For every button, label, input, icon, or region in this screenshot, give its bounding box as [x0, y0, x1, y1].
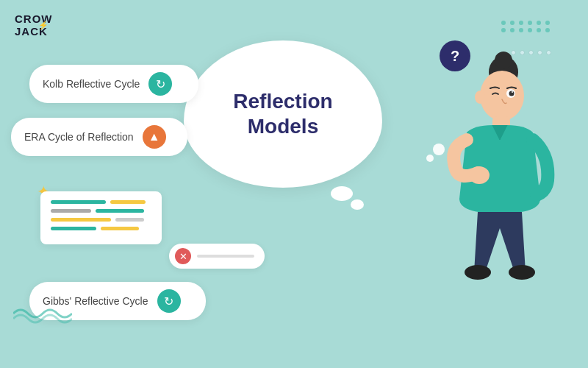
svg-point-9: [509, 91, 514, 96]
ui-card-decoration: [40, 191, 162, 244]
svg-point-1: [495, 52, 512, 69]
dot: [545, 21, 550, 25]
dot: [501, 28, 506, 32]
gibbs-icon: ↻: [157, 289, 181, 313]
dot: [510, 28, 514, 32]
dot: [545, 28, 550, 32]
cancel-icon: ✕: [175, 248, 191, 264]
dot: [519, 21, 523, 25]
svg-point-7: [509, 265, 535, 280]
ui-card-row: [51, 218, 151, 222]
dot: [528, 21, 532, 25]
era-label: ERA Cycle of Reflection: [24, 131, 134, 143]
kolb-label: Kolb Reflective Cycle: [43, 78, 140, 90]
thought-circle-large: [433, 144, 445, 155]
cancel-line: [197, 255, 254, 258]
ui-card-row: [51, 227, 151, 230]
dot: [501, 21, 506, 25]
svg-point-10: [512, 91, 513, 93]
svg-point-6: [465, 265, 491, 280]
cancel-pill[interactable]: ✕: [169, 244, 265, 269]
dot: [537, 21, 541, 25]
wave-decoration: [13, 302, 72, 328]
dot: [510, 21, 514, 25]
dot: [519, 28, 523, 32]
ui-card-row: [51, 200, 151, 204]
svg-point-2: [480, 71, 524, 121]
dot: [528, 28, 532, 32]
thought-circle-small: [426, 155, 434, 162]
svg-point-5: [469, 166, 490, 184]
dot: [537, 28, 541, 32]
person-illustration: [434, 52, 566, 302]
svg-point-3: [475, 91, 485, 104]
ui-card-row: [51, 209, 151, 213]
kolb-icon: ↻: [148, 72, 172, 96]
decorative-dots: [501, 21, 551, 32]
era-cycle-button[interactable]: ERA Cycle of Reflection ▲: [11, 118, 187, 156]
bubble-title: Reflection Models: [233, 89, 332, 138]
kolb-reflective-cycle-button[interactable]: Kolb Reflective Cycle ↻: [29, 65, 198, 103]
logo-icon: ⚡: [38, 21, 49, 30]
era-icon: ▲: [143, 125, 166, 149]
